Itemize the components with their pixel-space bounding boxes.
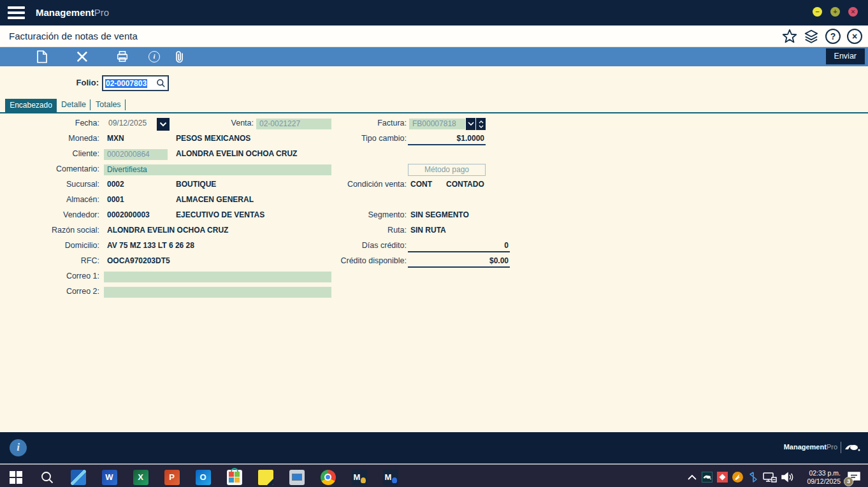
chrome-icon[interactable] xyxy=(312,466,344,487)
new-document-icon[interactable] xyxy=(35,50,49,64)
dias-credito-value[interactable]: 0 xyxy=(408,241,510,252)
credito-disponible-value[interactable]: $0.00 xyxy=(408,256,510,268)
vendedor-label: Vendedor: xyxy=(0,210,99,219)
correo1-field[interactable] xyxy=(104,272,331,282)
search-icon[interactable] xyxy=(156,78,166,88)
dias-credito-label: Días crédito: xyxy=(268,241,407,250)
condicion-venta-name: CONTADO xyxy=(446,180,484,189)
tray-network-icon[interactable] xyxy=(763,472,777,483)
metodo-pago-button[interactable]: Método pago xyxy=(408,164,486,176)
powerpoint-icon[interactable]: P xyxy=(156,466,187,487)
help-icon[interactable]: ? xyxy=(825,28,841,45)
tray-orange-swoosh-icon[interactable] xyxy=(732,472,743,483)
razon-social-value: ALONDRA EVELIN OCHOA CRUZ xyxy=(107,226,228,235)
cliente-name: ALONDRA EVELIN OCHOA CRUZ xyxy=(176,149,297,158)
razon-social-label: Razón social: xyxy=(0,226,99,235)
tab-detalle[interactable]: Detalle xyxy=(61,100,86,112)
tray-red-diamond-icon[interactable] xyxy=(717,472,728,483)
factura-spinner-button[interactable] xyxy=(476,118,486,130)
tray-chevron-up-icon[interactable] xyxy=(687,474,697,481)
tab-totales[interactable]: Totales xyxy=(96,100,121,112)
info-icon[interactable]: i xyxy=(147,50,161,64)
attachment-paperclip-icon[interactable] xyxy=(173,50,187,64)
blue-diagonal-app-icon[interactable] xyxy=(62,466,94,487)
favorite-star-icon[interactable] xyxy=(781,28,798,45)
excel-icon[interactable]: X xyxy=(125,466,156,487)
microsoft-store-icon[interactable] xyxy=(219,466,250,487)
layers-icon[interactable] xyxy=(803,28,820,45)
close-glyph: × xyxy=(847,29,862,44)
tray-volume-icon[interactable] xyxy=(781,472,794,483)
footer-logo-icon xyxy=(844,442,860,453)
start-button[interactable] xyxy=(0,466,31,487)
tray-bluetooth-icon[interactable] xyxy=(748,472,758,483)
ruta-label: Ruta: xyxy=(268,226,407,235)
outlook-icon[interactable]: O xyxy=(187,466,219,487)
ruta-value: SIN RUTA xyxy=(410,226,446,235)
clock-date: 09/12/2025 xyxy=(799,477,841,486)
tray-managementpro-icon[interactable] xyxy=(702,472,712,483)
footer-brand-light: Pro xyxy=(827,443,837,451)
factura-dropdown-button[interactable] xyxy=(466,118,475,130)
footer-divider xyxy=(841,442,841,453)
tipo-cambio-value[interactable]: $1.0000 xyxy=(408,134,486,145)
almacen-name: ALMACEN GENERAL xyxy=(176,195,254,204)
windows-taskbar: W X P O M M xyxy=(0,463,868,487)
tab-underline xyxy=(0,112,868,113)
cliente-field[interactable]: 0002000864 xyxy=(104,149,168,160)
almacen-label: Almacén: xyxy=(0,195,99,204)
footer-brand: ManagementPro xyxy=(784,443,837,451)
hamburger-menu-icon[interactable] xyxy=(8,6,25,19)
correo1-label: Correo 1: xyxy=(0,272,99,280)
app-brand: ManagementPro xyxy=(36,7,109,18)
moneda-name: PESOS MEXICANOS xyxy=(176,134,250,143)
fecha-label: Fecha: xyxy=(0,119,99,127)
rfc-value: OOCA970203DT5 xyxy=(107,256,170,265)
minimize-button[interactable]: – xyxy=(813,7,822,17)
print-icon[interactable] xyxy=(115,50,129,64)
window-controls: – + × xyxy=(813,7,858,17)
moneda-code: MXN xyxy=(107,134,124,143)
notification-badge: 3 xyxy=(844,477,853,486)
taskbar-clock[interactable]: 02:33 p.m. 09/12/2025 xyxy=(799,469,841,486)
factura-field[interactable]: FB00007818 xyxy=(409,119,465,129)
managementpro-app-blue-icon[interactable]: M xyxy=(375,466,406,487)
main-form: Folio: 02-0007803 Encabezado Detalle Tot… xyxy=(0,66,868,432)
condicion-venta-label: Condición venta: xyxy=(268,180,407,189)
folio-label: Folio: xyxy=(0,78,99,87)
close-page-icon[interactable]: × xyxy=(846,28,863,45)
cancel-icon[interactable] xyxy=(75,50,89,64)
close-window-button[interactable]: × xyxy=(848,7,858,17)
rfc-label: RFC: xyxy=(0,256,99,265)
correo2-label: Correo 2: xyxy=(0,287,99,296)
page-header: Facturación de notas de venta ? × xyxy=(0,25,868,47)
venta-label: Venta: xyxy=(154,119,254,127)
folio-value: 02-0007803 xyxy=(105,79,147,88)
help-glyph: ? xyxy=(825,29,841,44)
vendedor-code: 0002000003 xyxy=(107,210,150,219)
factura-label: Factura: xyxy=(268,119,407,127)
condicion-venta-code: CONT xyxy=(410,180,432,189)
footer-info-icon[interactable]: i xyxy=(10,439,27,456)
send-button[interactable]: Enviar xyxy=(826,48,865,64)
clock-time: 02:33 p.m. xyxy=(799,469,841,477)
sticky-notes-icon[interactable] xyxy=(250,466,281,487)
title-bar: ManagementPro – + × xyxy=(0,0,868,25)
tab-divider xyxy=(90,99,90,110)
notification-center-icon[interactable]: 3 xyxy=(845,470,863,485)
correo2-field[interactable] xyxy=(104,287,331,298)
comentario-field[interactable]: Divertifiesta xyxy=(104,164,331,175)
tab-encabezado[interactable]: Encabezado xyxy=(5,99,57,112)
toolbar: i Enviar xyxy=(0,47,868,66)
remote-desktop-icon[interactable] xyxy=(281,466,312,487)
comentario-label: Comentario: xyxy=(0,164,99,173)
brand-light: Pro xyxy=(94,7,109,18)
fecha-value[interactable]: 09/12/2025 xyxy=(108,119,147,127)
taskbar-search-icon[interactable] xyxy=(31,466,62,487)
folio-input[interactable]: 02-0007803 xyxy=(102,75,169,91)
application-window: ManagementPro – + × Facturación de notas… xyxy=(0,0,868,487)
footer-brand-bold: Management xyxy=(784,443,827,451)
managementpro-app-gold-icon[interactable]: M xyxy=(344,466,375,487)
maximize-button[interactable]: + xyxy=(830,7,840,17)
word-icon[interactable]: W xyxy=(94,466,125,487)
